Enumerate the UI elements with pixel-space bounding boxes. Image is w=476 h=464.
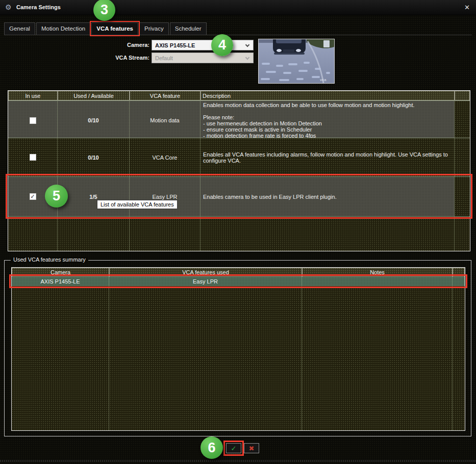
annotation-step-5: 5 bbox=[45, 185, 68, 208]
vca-features-table: In use Used / Available VCA feature Desc… bbox=[8, 90, 470, 251]
camera-preview-scene: vca bbox=[259, 39, 334, 83]
title-bar: ⚙ Camera Settings ✕ bbox=[0, 0, 476, 15]
car-shape bbox=[273, 39, 306, 55]
table-row-easy-lpr[interactable]: ✓ 1/5 Easy LPR Enables camera to be used… bbox=[8, 176, 470, 216]
chevron-down-icon bbox=[245, 56, 249, 60]
row-spacer bbox=[455, 101, 470, 140]
tab-bar: General Motion Detection VCA features Pr… bbox=[4, 22, 208, 35]
gear-icon: ⚙ bbox=[5, 3, 12, 11]
summary-table: Camera VCA features used Notes AXIS P145… bbox=[11, 267, 465, 431]
camera-select-value: AXIS P1455-LE bbox=[155, 42, 195, 48]
x-icon: ✖ bbox=[249, 445, 255, 452]
tab-general[interactable]: General bbox=[4, 22, 35, 35]
tab-motion-detection[interactable]: Motion Detection bbox=[36, 22, 90, 35]
used-available-value: 1/5 bbox=[58, 177, 130, 216]
window-title: Camera Settings bbox=[16, 4, 61, 10]
summary-table-header: Camera VCA features used Notes bbox=[12, 268, 465, 277]
annotation-step-4: 4 bbox=[211, 34, 233, 56]
in-use-checkbox[interactable] bbox=[30, 117, 36, 124]
window-bottom-edge bbox=[0, 460, 476, 462]
summary-camera-value: AXIS P1455-LE bbox=[12, 277, 109, 286]
col-header-used-available: Used / Available bbox=[58, 91, 130, 100]
table-row-motion-data[interactable]: 0/10 Motion data Enables motion data col… bbox=[8, 100, 470, 138]
in-use-checkbox[interactable] bbox=[30, 154, 36, 161]
summary-row-spacer bbox=[453, 277, 465, 286]
table-row-vca-core[interactable]: 0/10 VCA Core Enables all VCA features i… bbox=[8, 138, 470, 176]
col-header-spacer bbox=[455, 91, 470, 100]
tab-scheduler[interactable]: Scheduler bbox=[170, 22, 207, 35]
camera-settings-dialog: ⚙ Camera Settings ✕ 3 General Motion Det… bbox=[0, 0, 476, 464]
camera-label: Camera: bbox=[92, 42, 149, 48]
vca-table-header: In use Used / Available VCA feature Desc… bbox=[8, 91, 470, 100]
col-header-vca-feature: VCA feature bbox=[130, 91, 201, 100]
in-use-checkbox-checked[interactable]: ✓ bbox=[30, 193, 36, 200]
preview-watermark: vca bbox=[320, 78, 327, 82]
used-available-value: 0/10 bbox=[58, 101, 130, 140]
col-header-notes: Notes bbox=[302, 268, 453, 277]
group-label: Used VCA features summary bbox=[11, 256, 88, 263]
vca-feature-name: VCA Core bbox=[130, 138, 201, 176]
vca-feature-name: Motion data bbox=[130, 101, 201, 140]
tooltip: List of available VCA features bbox=[97, 200, 178, 209]
ok-button[interactable]: ✓ bbox=[226, 443, 241, 453]
vca-stream-select-value: Default bbox=[155, 55, 173, 61]
tab-privacy[interactable]: Privacy bbox=[139, 22, 169, 35]
cancel-button[interactable]: ✖ bbox=[244, 443, 259, 453]
tab-vca-features[interactable]: VCA features bbox=[91, 22, 138, 35]
row-spacer bbox=[455, 177, 470, 216]
vca-stream-label: VCA Stream: bbox=[84, 55, 149, 61]
check-icon: ✓ bbox=[231, 445, 237, 452]
used-vca-features-summary-group: Used VCA features summary Camera VCA fea… bbox=[4, 260, 471, 436]
close-icon[interactable]: ✕ bbox=[464, 4, 470, 11]
table-empty-area bbox=[8, 216, 470, 251]
annotation-step-3: 3 bbox=[93, 0, 115, 21]
summary-row-axis-p1455-le[interactable]: AXIS P1455-LE Easy LPR bbox=[12, 277, 465, 286]
annotation-step-6: 6 bbox=[201, 436, 223, 459]
used-available-value: 0/10 bbox=[58, 138, 130, 176]
tab-bar-divider bbox=[4, 35, 472, 35]
col-header-camera: Camera bbox=[12, 268, 109, 277]
feature-description: Enables camera to be used in Easy LPR cl… bbox=[203, 194, 337, 200]
col-header-vca-features-used: VCA features used bbox=[109, 268, 302, 277]
vca-stream-select: Default bbox=[152, 53, 254, 63]
chevron-down-icon[interactable] bbox=[245, 43, 249, 47]
feature-description: Enables all VCA features including alarm… bbox=[203, 151, 452, 164]
col-header-in-use: In use bbox=[8, 91, 58, 100]
summary-empty-area bbox=[12, 286, 465, 430]
feature-description: Enables motion data collection and be ab… bbox=[203, 102, 415, 139]
summary-features-value: Easy LPR bbox=[109, 277, 302, 286]
row-spacer bbox=[455, 138, 470, 176]
summary-notes-value bbox=[302, 277, 453, 286]
col-header-description: Description bbox=[201, 91, 455, 100]
camera-select[interactable]: AXIS P1455-LE bbox=[152, 40, 254, 50]
col-header-spacer bbox=[453, 268, 465, 277]
vca-feature-name: Easy LPR bbox=[130, 177, 201, 216]
camera-preview-image: vca bbox=[258, 39, 335, 84]
